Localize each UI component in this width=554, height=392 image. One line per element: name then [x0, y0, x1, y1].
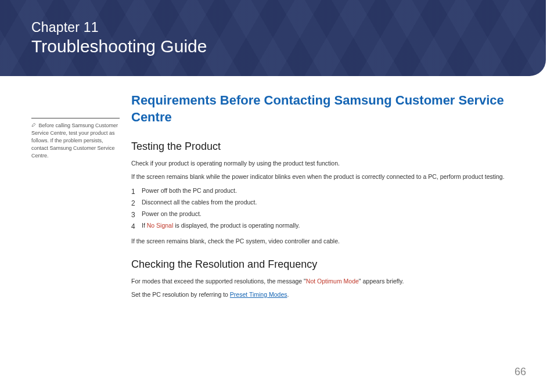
testing-p3: If the screen remains blank, check the P… [131, 236, 519, 246]
sidebar-note-text: Before calling Samsung Customer Service … [31, 123, 118, 159]
resolution-p2-suffix: . [287, 291, 289, 298]
step-3: Power on the product. [131, 208, 519, 220]
testing-p2: If the screen remains blank while the po… [131, 172, 519, 182]
testing-steps: Power off both the PC and product. Disco… [131, 185, 519, 232]
resolution-p2: Set the PC resolution by referring to Pr… [131, 290, 519, 300]
preset-timing-modes-link[interactable]: Preset Timing Modes [230, 291, 287, 298]
section-heading: Requirements Before Contacting Samsung C… [131, 92, 519, 125]
pencil-icon [31, 122, 37, 130]
sidebar-note: Before calling Samsung Customer Service … [31, 118, 120, 160]
step-1: Power off both the PC and product. [131, 185, 519, 197]
step-4: If No Signal is displayed, the product i… [131, 220, 519, 232]
testing-section: Testing the Product Check if your produc… [131, 141, 519, 246]
resolution-section: Checking the Resolution and Frequency Fo… [131, 258, 519, 300]
testing-heading: Testing the Product [131, 141, 519, 153]
resolution-p2-prefix: Set the PC resolution by referring to [131, 291, 230, 298]
page-number: 66 [515, 366, 526, 378]
resolution-p1-suffix: " appears briefly. [359, 278, 404, 285]
resolution-p1-prefix: For modes that exceed the supported reso… [131, 278, 306, 285]
chapter-header: Chapter 11 Troubleshooting Guide [0, 0, 546, 76]
testing-p1: Check if your product is operating norma… [131, 159, 519, 168]
resolution-p1: For modes that exceed the supported reso… [131, 276, 519, 286]
chapter-number: Chapter 11 [31, 20, 546, 35]
step-2: Disconnect all the cables from the produ… [131, 197, 519, 208]
resolution-p1-red: Not Optimum Mode [306, 278, 359, 285]
resolution-heading: Checking the Resolution and Frequency [131, 258, 519, 271]
step-4-red: No Signal [147, 222, 174, 229]
step-4-suffix: is displayed, the product is operating n… [173, 222, 300, 229]
step-4-prefix: If [142, 222, 147, 229]
chapter-title: Troubleshooting Guide [31, 37, 546, 56]
page-content: Before calling Samsung Customer Service … [0, 76, 554, 300]
